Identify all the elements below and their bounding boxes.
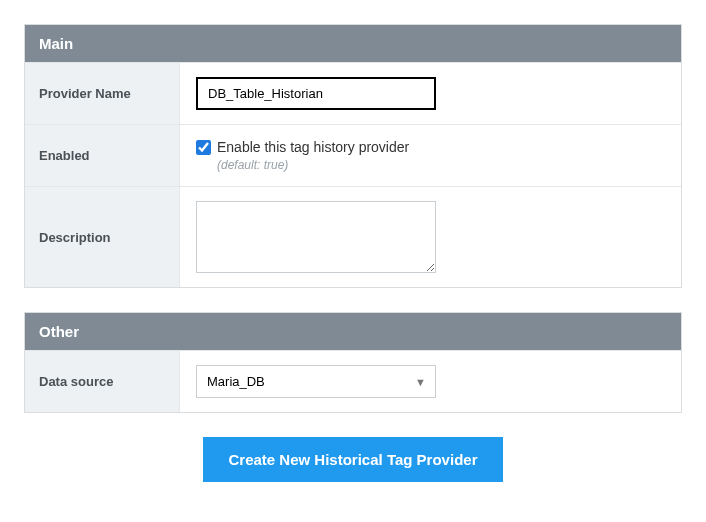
- data-source-row: Data source Maria_DB ▼: [25, 350, 681, 412]
- description-field: [180, 187, 681, 287]
- provider-name-input[interactable]: [196, 77, 436, 110]
- data-source-select-wrap: Maria_DB ▼: [196, 365, 436, 398]
- enabled-checkbox-label: Enable this tag history provider: [217, 139, 409, 155]
- enabled-field: Enable this tag history provider (defaul…: [180, 125, 681, 186]
- enabled-hint: (default: true): [217, 158, 665, 172]
- submit-container: Create New Historical Tag Provider: [24, 437, 682, 482]
- data-source-field: Maria_DB ▼: [180, 351, 681, 412]
- enabled-checkbox-row: Enable this tag history provider: [196, 139, 665, 155]
- provider-name-row: Provider Name: [25, 62, 681, 124]
- description-textarea[interactable]: [196, 201, 436, 273]
- provider-name-field: [180, 63, 681, 124]
- enabled-row: Enabled Enable this tag history provider…: [25, 124, 681, 186]
- create-provider-button[interactable]: Create New Historical Tag Provider: [203, 437, 504, 482]
- enabled-label: Enabled: [25, 125, 180, 186]
- data-source-select[interactable]: Maria_DB: [196, 365, 436, 398]
- description-row: Description: [25, 186, 681, 287]
- main-section: Main Provider Name Enabled Enable this t…: [24, 24, 682, 288]
- main-section-header: Main: [25, 25, 681, 62]
- provider-name-label: Provider Name: [25, 63, 180, 124]
- enabled-checkbox[interactable]: [196, 140, 211, 155]
- other-section-header: Other: [25, 313, 681, 350]
- other-section: Other Data source Maria_DB ▼: [24, 312, 682, 413]
- description-label: Description: [25, 187, 180, 287]
- data-source-label: Data source: [25, 351, 180, 412]
